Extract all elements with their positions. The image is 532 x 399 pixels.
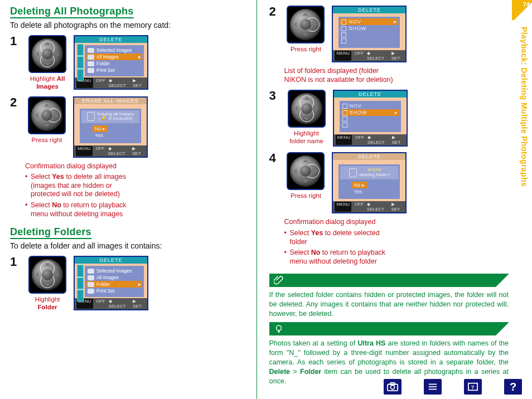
step1-caption: Highlight All Images — [26, 75, 69, 91]
step-2-all-images: 2 Press right ERASE ALL IMAGES Erasing a… — [10, 96, 250, 221]
folder-row-label: SHOW — [349, 26, 366, 31]
menu-item: Print Set — [96, 288, 115, 294]
dpad-icon — [28, 35, 66, 73]
lcd-title: DELETE — [75, 257, 147, 264]
step-number: 4 — [269, 152, 280, 164]
dpad-icon — [28, 96, 66, 134]
bottom-nav: ? ? — [384, 379, 522, 395]
stack-icon — [88, 275, 94, 280]
lead-deleting-all: To delete all photographs on the memory … — [10, 21, 250, 30]
lcd-title: ERASE ALL IMAGES — [74, 98, 147, 104]
svg-text:?: ? — [471, 384, 474, 390]
lcd-erase-confirm: ERASE ALL IMAGES Erasing all images( 🔑 ⊘… — [73, 96, 148, 158]
step4-note: Confirmation dialog displayed Select Yes… — [284, 218, 393, 268]
step2-note: Confirmation dialog displayed Select Yes… — [25, 162, 134, 221]
note-protected-images: If the selected folder contains hidden o… — [269, 290, 509, 319]
option-no: No ▸ — [351, 182, 366, 188]
help-text-nav-icon[interactable]: ? — [464, 379, 482, 395]
lcd-folder-list-highlight: DELETE NOV SHOW▸ MENUOFF◆ SELECT▶ SET — [333, 90, 408, 147]
lcd-statusbar: MENUOFF◆ SELECT▶ SET — [75, 77, 147, 89]
dpad-icon — [287, 152, 325, 190]
folder-icon — [88, 282, 94, 287]
checkbox-icon — [342, 104, 347, 109]
lcd-delete-folder-confirm: DELETE SHOWdeleting folder? No ▸ Yes MEN… — [332, 152, 407, 213]
checkbox-icon — [342, 123, 347, 128]
lcd-title: DELETE — [334, 91, 407, 98]
menu-item: Selected Images — [96, 47, 132, 53]
dpad-icon — [287, 6, 325, 43]
option-no: No ▸ — [93, 125, 108, 132]
lcd-statusbar: MENUOFF◆ SELECT▶ SET — [333, 201, 405, 212]
lcd-statusbar: MENUOFF◆ SELECT▶ SET — [74, 145, 147, 157]
note-bar — [269, 274, 509, 287]
trash-icon — [349, 168, 357, 177]
dpad-icon — [288, 90, 326, 128]
step-3-folder: 3 Highlightfolder name DELETE NOV SHOW▸ … — [269, 90, 509, 147]
step-2-folder: 2 Press right DELETE NOV▸ SHOW MENUOFF◆ … — [269, 6, 509, 84]
checkbox-icon — [341, 20, 346, 25]
svg-rect-3 — [390, 383, 394, 385]
step-caption: Press right — [291, 46, 321, 53]
note-folder-list: List of folders displayed (folder NIKON … — [284, 67, 393, 84]
option-yes: Yes — [93, 132, 128, 139]
lcd-statusbar: MENUOFF◆ SELECT▶ SET — [333, 50, 405, 61]
checkbox-icon — [342, 110, 347, 115]
checkbox-icon — [341, 32, 346, 37]
menu-item: Folder — [96, 61, 110, 66]
menu-item: Selected Images — [96, 268, 132, 274]
lcd-folder-list: DELETE NOV▸ SHOW MENUOFF◆ SELECT▶ SET — [332, 6, 407, 62]
step-number: 2 — [269, 6, 280, 18]
camera-nav-icon[interactable] — [384, 379, 402, 395]
lead-deleting-folders: To delete a folder and all images it con… — [10, 241, 250, 250]
print-icon — [88, 289, 94, 294]
menu-item: All Images — [96, 275, 119, 280]
lcd-delete-menu-folder: DELETE Selected Images All Images Folder… — [74, 256, 148, 310]
print-icon — [88, 68, 94, 73]
checkbox-icon — [341, 26, 346, 31]
thumbs-icon — [88, 269, 94, 274]
step-number: 2 — [10, 96, 21, 109]
svg-point-0 — [276, 325, 281, 330]
step2-caption: Press right — [32, 137, 62, 144]
lcd-title: DELETE — [333, 153, 405, 160]
left-column: Deleting All Photographs To delete all p… — [7, 0, 257, 399]
heading-deleting-folders: Deleting Folders — [10, 226, 91, 239]
folder-row-label: NOV — [349, 19, 361, 25]
step-1-all-images: 1 Highlight All Images DELETE Sele — [10, 35, 250, 91]
folder-row-label: NOV — [350, 103, 362, 109]
dpad-icon — [28, 256, 66, 294]
svg-point-2 — [390, 385, 394, 389]
heading-deleting-all: Deleting All Photographs — [10, 6, 134, 18]
menu-item-selected: Folder — [96, 281, 110, 287]
step-caption: Highlightfolder name — [289, 130, 323, 145]
help-nav-icon[interactable]: ? — [504, 379, 522, 395]
step-1-folder: 1 HighlightFolder DELETE Selected Images… — [10, 256, 250, 312]
bulb-icon — [274, 324, 284, 334]
option-yes: Yes — [351, 188, 387, 195]
step-number: 3 — [269, 90, 280, 102]
stepF1-caption: HighlightFolder — [35, 296, 60, 312]
contents-nav-icon[interactable] — [424, 379, 442, 395]
menu-item: Print Set — [96, 67, 115, 73]
step-number: 1 — [10, 35, 21, 47]
checkbox-icon — [341, 38, 346, 43]
tip-bar — [269, 322, 509, 335]
step-number: 1 — [10, 256, 21, 268]
trash-icon — [87, 112, 95, 121]
folder-row-label: SHOW — [350, 110, 367, 115]
thumbs-icon — [88, 48, 94, 53]
checkbox-icon — [342, 116, 347, 121]
step-caption: Press right — [291, 192, 321, 200]
right-column: 2 Press right DELETE NOV▸ SHOW MENUOFF◆ … — [257, 0, 526, 399]
stack-icon — [88, 55, 94, 60]
clip-icon — [274, 275, 284, 285]
menu-item-selected: All Images — [96, 54, 119, 60]
folder-icon — [88, 61, 94, 66]
lcd-statusbar: MENUOFF◆ SELECT▶ SET — [75, 298, 147, 309]
lcd-statusbar: MENUOFF◆ SELECT▶ SET — [334, 134, 407, 145]
lcd-title: DELETE — [75, 36, 147, 43]
lcd-delete-menu: DELETE Selected Images All Images▸ Folde… — [74, 35, 148, 90]
step-4-folder: 4 Press right DELETE SHOWdeleting folder… — [269, 152, 509, 268]
lcd-title: DELETE — [333, 7, 405, 13]
